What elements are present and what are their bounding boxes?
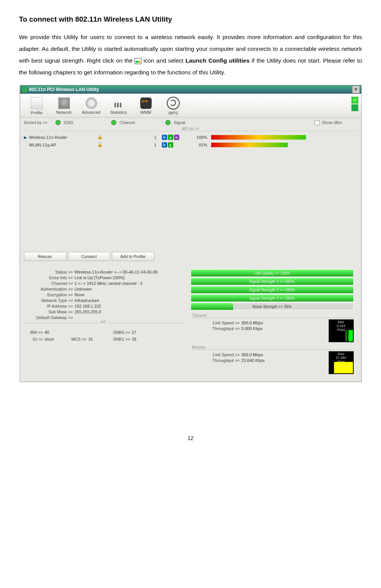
sort-signal-radio[interactable]: [165, 120, 171, 125]
network-tab[interactable]: Network: [50, 97, 78, 115]
ap-list[interactable]: ▶ Wireless-11n-Router 1 bgn 100% WLAN-11…: [20, 132, 361, 249]
sort-channel-radio[interactable]: [111, 120, 116, 125]
tx-tp-value: 0.000 Kbps: [241, 326, 326, 331]
sort-bar: Sorted by >> SSID Channel Signal Show dB…: [20, 118, 361, 125]
gi-value: short: [45, 337, 66, 341]
wmm-label: WMM: [140, 110, 151, 115]
ip-label: IP Address >>: [24, 304, 75, 308]
rx-speed-label: Link Speed >>: [191, 352, 241, 357]
tx-speed-label: Link Speed >>: [191, 321, 241, 325]
ap-badges: bg: [162, 142, 185, 148]
status-value: Wireless-11n-Router <--> 00-46-12-34-00-…: [75, 270, 183, 274]
enc-label: Encryption >>: [24, 292, 75, 297]
rx-tp-value: 23.640 Kbps: [241, 358, 326, 363]
rx-tp-label: Throughput >>: [191, 358, 241, 363]
prose-mid: icon and select: [144, 57, 186, 64]
mcs-label: MCS >>: [66, 337, 88, 341]
bw-value: 40: [45, 330, 66, 335]
add-profile-button[interactable]: Add to Profile: [112, 252, 154, 261]
snr1-value: 28: [132, 337, 153, 341]
ht-grid: BW >>40 SNR0 >>27 GI >>short MCS >>15 SN…: [24, 330, 183, 341]
page-title: To connect with 802.11n Wireless LAN Uti…: [19, 15, 362, 24]
signal2-meter: Signal Strength 2 >> 100%: [191, 286, 354, 294]
selected-arrow-icon: ▶: [24, 135, 29, 140]
auth-label: Authentication >>: [24, 287, 75, 291]
window-title: 802.11n PCI Wireless LAN Utility: [29, 87, 352, 92]
show-dbm-checkbox[interactable]: [315, 120, 320, 125]
titlebar: 802.11n PCI Wireless LAN Utility ✕: [20, 85, 361, 94]
ap-name: Wireless-11n-Router: [29, 135, 97, 140]
radio-on-icon[interactable]: [351, 97, 358, 104]
snr1-label: SNR1 >>: [109, 337, 132, 341]
toolbar: Profile Network Advanced Statistics WMM …: [20, 94, 361, 118]
statistics-tab[interactable]: Statistics: [105, 97, 132, 115]
profile-label: Profile: [31, 110, 42, 115]
transmit-header: Transmit: [191, 313, 354, 318]
rx-max-box: Max 27.384 Kbps: [329, 351, 354, 374]
app-icon: [22, 86, 28, 93]
network-icon: [58, 97, 70, 109]
sort-label: Sorted by >>: [24, 120, 48, 125]
extra-value: Link is Up [TxPower:100%]: [75, 275, 183, 280]
ap-row[interactable]: WLAN-11g-AP 1 bg 81%: [24, 141, 357, 149]
gear-icon: [86, 97, 97, 109]
snr0-label: SNR0 >>: [109, 330, 132, 335]
nettype-label: Network Type >>: [24, 298, 75, 303]
profile-tab[interactable]: Profile: [23, 96, 50, 115]
signal-bar: [211, 135, 306, 140]
rx-graph: [329, 362, 353, 373]
show-dbm-label: Show dBm: [322, 120, 342, 125]
mcs-value: 15: [88, 337, 109, 341]
tx-max-label: Max: [338, 320, 344, 324]
mask-label: Sub Mask >>: [24, 310, 75, 314]
gi-label: GI >>: [24, 337, 45, 341]
ap-channel: 1: [154, 135, 162, 140]
status-label: Status >>: [24, 270, 75, 274]
wps-tab[interactable]: WPS: [160, 96, 187, 115]
lock-icon: [97, 135, 103, 140]
signal3-meter: Signal Strength 3 >> 100%: [191, 294, 354, 302]
rx-max-label: Max: [338, 352, 344, 356]
tx-max-value: 8.164: [337, 324, 345, 328]
ap-channel: 1: [154, 143, 162, 147]
rx-speed-value: 300.0 Mbps: [241, 352, 326, 357]
receive-header: Receive: [191, 345, 354, 350]
advanced-label: Advanced: [82, 110, 100, 115]
utility-window: 802.11n PCI Wireless LAN Utility ✕ Profi…: [20, 85, 362, 382]
noise-meter: Noise Strength >> 26%: [191, 303, 354, 310]
sort-channel-label: Channel: [119, 120, 135, 125]
status-icons: [351, 96, 358, 112]
page-number: 12: [19, 435, 362, 441]
ht-header: HT: [24, 323, 183, 328]
profile-icon: [31, 97, 43, 109]
ap-row[interactable]: ▶ Wireless-11n-Router 1 bgn 100%: [24, 134, 357, 141]
tx-tp-label: Throughput >>: [191, 326, 241, 331]
bw-label: BW >>: [24, 330, 45, 335]
ip-value: 192.168.1.102: [75, 304, 183, 308]
lower-panel: Status >>Wireless-11n-Router <--> 00-46-…: [20, 266, 361, 382]
close-icon[interactable]: ✕: [352, 86, 360, 93]
tx-max-box: Max 8.164 Kbps: [329, 319, 354, 342]
extra-label: Extra Info >>: [24, 275, 75, 280]
advanced-tab[interactable]: Advanced: [78, 97, 105, 115]
wmm-tab[interactable]: WMM: [132, 97, 160, 115]
gw-value: [75, 315, 183, 320]
signal-bar: [211, 143, 306, 147]
auth-value: Unknown: [75, 287, 183, 291]
sort-ssid-radio[interactable]: [55, 120, 61, 125]
ap-percent: 100%: [185, 135, 211, 140]
enc-value: None: [75, 292, 183, 297]
channel-value: 1 <--> 2412 MHz; central channel : 3: [75, 281, 183, 286]
wps-label: WPS: [168, 111, 178, 115]
channel-label: Channel >>: [24, 281, 75, 286]
network-label: Network: [56, 110, 71, 115]
tx-graph: [329, 330, 353, 341]
status-icon[interactable]: [351, 104, 358, 111]
link-quality-meter: Link Quality >> 100%: [191, 269, 354, 277]
rescan-button[interactable]: Rescan: [24, 252, 66, 261]
sort-ssid-label: SSID: [64, 120, 74, 125]
connect-button[interactable]: Connect: [68, 252, 110, 261]
tray-icon: [135, 58, 141, 64]
gw-label: Default Gateway >>: [24, 315, 75, 320]
lock-icon: [97, 142, 103, 148]
